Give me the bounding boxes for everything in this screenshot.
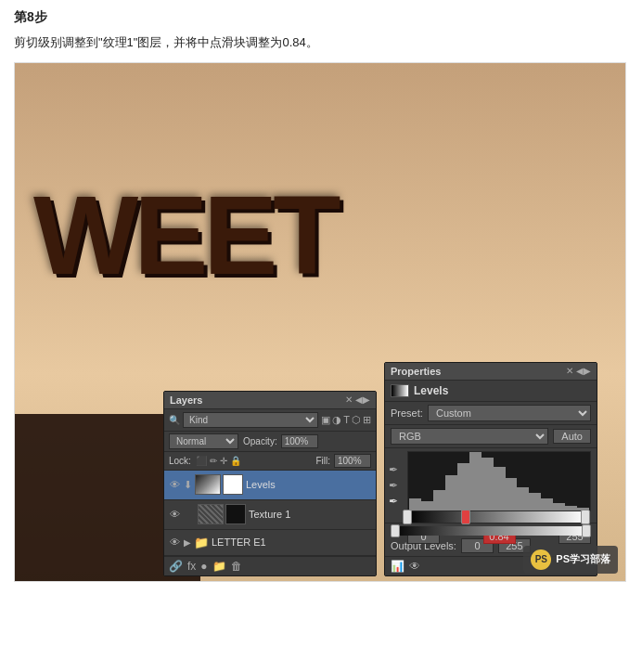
link-icon[interactable]: 🔗 [169,560,183,573]
folder-new-icon[interactable]: 📁 [212,560,226,573]
panel-arrows-icon[interactable]: ◀▶ [355,394,370,405]
eyedropper-white-icon[interactable]: ✒ [389,495,402,508]
input-left-handle[interactable] [403,510,412,524]
eye-icon-texture1[interactable]: 👁 [168,508,181,521]
move-icon[interactable]: ✛ [220,456,227,466]
properties-panel-title: Properties [391,366,441,377]
page-container: 第8步 剪切级别调整到"纹理1"图层，并将中点滑块调整为0.84。 WEET L… [0,0,642,591]
levels-icon [391,384,409,397]
layers-panel-title: Layers [170,394,202,406]
histo-bar-6 [469,452,482,510]
texture1-mask [225,504,246,524]
layers-panel-header: Layers ✕ ◀▶ [164,392,376,409]
group-triangle-icon[interactable]: ▶ [184,537,191,548]
histo-bar-13 [553,503,565,510]
levels-title: Levels [414,384,448,397]
opacity-input[interactable] [281,434,318,448]
trash-icon[interactable]: 🗑 [231,560,242,573]
input-mid-handle[interactable] [461,510,470,524]
histo-bar-3 [433,490,445,510]
main-image-area: WEET Layers ✕ ◀▶ 🔍 Kind ▣ ◑ [14,62,626,582]
texture1-label: Texture 1 [249,509,372,520]
kind-select[interactable]: Kind [183,412,318,428]
toolbar-icons: ▣ ◑ T ⬡ ⊞ [321,414,371,426]
levels-title-row: Levels [385,381,597,402]
watermark: PS PS学习部落 [523,546,618,574]
fx-icon[interactable]: fx [187,560,196,573]
histo-bar-5 [457,463,469,510]
props-arrows-icon[interactable]: ◀▶ [576,366,591,376]
eyedropper-grey-icon[interactable]: ✒ [389,479,402,492]
histo-bar-9 [506,478,518,510]
fill-input[interactable] [334,454,371,468]
histo-bar-1 [409,498,421,510]
histo-bar-12 [541,498,553,510]
lock-icon[interactable]: 🔒 [230,456,241,466]
thumb-container-levels [195,474,243,495]
levels-label: Levels [246,479,372,490]
histo-bar-10 [517,487,529,510]
layer-item-levels[interactable]: 👁 ⬇ Levels [164,471,376,500]
opacity-label: Opacity: [243,436,277,446]
channel-row: RGB Auto [385,425,597,448]
input-right-handle[interactable] [581,510,590,524]
lock-label: Lock: [169,456,191,466]
histo-bar-4 [445,475,457,510]
brush-icon[interactable]: ✏ [210,456,217,466]
step-title: 第8步 [14,9,628,26]
step-desc: 剪切级别调整到"纹理1"图层，并将中点滑块调整为0.84。 [14,33,628,53]
output-slider-track [391,526,591,536]
watermark-text: PS学习部落 [556,552,610,566]
histogram-bars [408,452,590,510]
props-close-icon[interactable]: ✕ [566,366,573,376]
histo-bar-14 [565,506,577,510]
clipping-icon: ⬇ [184,479,192,491]
texture1-thumbnail [198,504,224,524]
fill-label: Fill: [315,456,330,466]
blend-opacity-row: Normal Opacity: [164,432,376,452]
chocolate-text: WEET [15,91,625,379]
lock-icons: ⬛ ✏ ✛ 🔒 [196,456,241,466]
search-icon: 🔍 [169,415,180,425]
lettere1-label: LETTER E1 [212,536,372,548]
histo-bar-2 [421,501,433,510]
adjust-icon: ◑ [332,414,341,426]
circle-icon[interactable]: ● [200,560,207,573]
input-slider-track [407,511,585,523]
input-slider-area [407,511,591,527]
checkerboard-icon[interactable]: ⬛ [196,456,207,466]
blend-mode-select[interactable]: Normal [169,433,238,449]
histogram-icon[interactable]: 📊 [391,560,404,573]
layers-toolbar: 🔍 Kind ▣ ◑ T ⬡ ⊞ [164,409,376,432]
opacity-row: Opacity: [243,434,318,448]
eyedropper-black-icon[interactable]: ✒ [389,463,402,476]
layers-panel: Layers ✕ ◀▶ 🔍 Kind ▣ ◑ T ⬡ ⊞ [163,391,377,576]
output-right-handle[interactable] [582,524,591,537]
shape-icon: ⬡ [352,414,361,426]
channel-select[interactable]: RGB [391,428,548,445]
eyedropper-bottom-icon[interactable]: 👁 [409,560,420,573]
histo-bar-11 [529,493,541,510]
preset-select[interactable]: Custom [428,405,591,421]
layers-header-icons: ✕ ◀▶ [345,394,370,405]
smart-icon: ⊞ [363,414,371,426]
eye-icon-lettere1[interactable]: 👁 [168,536,181,549]
layer-item-texture1[interactable]: 👁 Texture 1 [164,500,376,530]
output-left-handle[interactable] [391,524,400,537]
histogram-background [407,451,591,511]
properties-panel: Properties ✕ ◀▶ Levels Preset: Custom [384,362,597,576]
eye-icon-levels[interactable]: 👁 [168,478,181,491]
layers-bottom-bar: 🔗 fx ● 📁 🗑 [164,556,376,575]
props-header-icons: ✕ ◀▶ [566,366,591,376]
folder-icon: 📁 [194,536,209,549]
layer-group-lettere1[interactable]: 👁 ▶ 📁 LETTER E1 [164,530,376,556]
histogram-area [405,448,597,523]
prop-bottom-icons: 📊 👁 [391,560,420,573]
histogram-section: ✒ ✒ ✒ [385,448,597,523]
levels-thumbnail [195,474,221,495]
close-icon[interactable]: ✕ [345,394,353,405]
histo-bar-8 [494,467,506,510]
auto-button[interactable]: Auto [553,429,591,444]
preset-label: Preset: [391,407,423,419]
image-icon: ▣ [321,414,330,426]
